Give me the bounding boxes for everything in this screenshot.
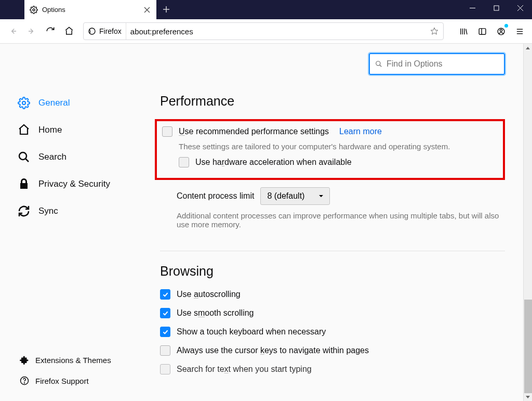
perf-description: These settings are tailored to your comp… [179, 142, 501, 151]
select-value: 8 (default) [267, 191, 304, 201]
checkbox-label: Search for text when you start typing [177, 365, 312, 374]
content-process-label: Content process limit [177, 191, 254, 201]
library-button[interactable] [455, 23, 472, 40]
maximize-button[interactable] [484, 0, 508, 16]
autoscroll-checkbox[interactable] [160, 289, 170, 300]
svg-point-25 [19, 152, 26, 160]
sidebar-item-label: Home [38, 125, 62, 135]
checkbox-label: Show a touch keyboard when necessary [177, 327, 326, 337]
svg-line-30 [380, 65, 382, 67]
sidebar-item-search[interactable]: Search [18, 144, 135, 171]
scrollbar-thumb[interactable] [524, 300, 532, 393]
window-controls [460, 0, 532, 16]
extensions-themes-link[interactable]: Extensions & Themes [20, 355, 135, 365]
sidebar-item-general[interactable]: General [18, 89, 135, 117]
search-icon [375, 60, 382, 68]
smooth-scroll-checkbox[interactable] [160, 308, 170, 318]
window-titlebar: Options [0, 0, 532, 19]
bookmark-star-button[interactable] [425, 27, 443, 35]
gear-icon [18, 97, 30, 109]
svg-point-29 [376, 61, 380, 66]
minimize-button[interactable] [460, 0, 484, 16]
svg-point-28 [24, 383, 25, 383]
find-input[interactable] [387, 59, 499, 69]
checkbox-label: Use autoscrolling [177, 290, 241, 299]
checkbox-label: Use recommended performance settings [179, 127, 329, 136]
firefox-support-link[interactable]: Firefox Support [20, 376, 135, 385]
sidebar-item-label: Search [38, 152, 66, 162]
tab-close-icon[interactable] [143, 6, 151, 14]
highlight-box: Use recommended performance settings Lea… [155, 119, 505, 180]
home-icon [18, 124, 30, 136]
content-process-select[interactable]: 8 (default) [260, 187, 330, 205]
checkbox-label: Use hardware acceleration when available [195, 158, 352, 167]
back-button[interactable] [4, 22, 22, 40]
reload-button[interactable] [42, 22, 59, 40]
identity-label: Firefox [99, 27, 122, 35]
learn-more-link[interactable]: Learn more [339, 127, 382, 136]
help-icon [20, 376, 29, 385]
svg-point-24 [22, 101, 25, 105]
sidebar-item-label: Sync [38, 206, 58, 216]
link-label: Firefox Support [35, 377, 89, 385]
scroll-down-button[interactable] [524, 392, 532, 401]
section-divider [160, 251, 505, 251]
sidebar-item-label: General [38, 98, 70, 108]
svg-point-20 [500, 29, 502, 31]
svg-line-26 [25, 159, 29, 162]
puzzle-icon [20, 355, 29, 365]
sidebar-item-privacy[interactable]: Privacy & Security [18, 171, 135, 198]
url-text: about:preferences [126, 27, 425, 36]
gear-icon [30, 6, 38, 14]
touch-keyboard-checkbox[interactable] [160, 327, 170, 337]
new-tab-button[interactable] [158, 2, 174, 17]
tab-title: Options [42, 6, 143, 14]
svg-point-0 [33, 9, 35, 11]
browser-tab[interactable]: Options [24, 0, 156, 19]
search-text-checkbox[interactable] [160, 364, 170, 374]
sidebar-item-home[interactable]: Home [18, 117, 135, 144]
link-label: Extensions & Themes [35, 356, 111, 365]
checkbox-label: Use smooth scrolling [177, 308, 254, 318]
notification-dot-icon [504, 24, 508, 28]
identity-box[interactable]: Firefox [84, 23, 126, 40]
sidebar-button[interactable] [474, 23, 490, 40]
url-bar[interactable]: Firefox about:preferences [83, 22, 444, 40]
search-icon [18, 151, 30, 163]
svg-rect-17 [479, 28, 486, 34]
cpl-description: Additional content processes can improve… [177, 211, 505, 229]
chevron-down-icon [318, 193, 324, 199]
close-window-button[interactable] [508, 0, 532, 16]
svg-rect-6 [494, 6, 499, 10]
lock-icon [18, 178, 30, 190]
forward-button[interactable] [23, 22, 41, 40]
account-button[interactable] [493, 23, 509, 40]
recommended-perf-checkbox[interactable] [162, 126, 172, 137]
firefox-icon [88, 27, 96, 35]
svg-line-16 [466, 29, 467, 34]
sidebar-item-label: Privacy & Security [38, 179, 110, 189]
vertical-scrollbar[interactable] [523, 44, 532, 401]
hw-accel-checkbox[interactable] [179, 157, 189, 167]
checkbox-label: Always use the cursor keys to navigate w… [177, 346, 369, 355]
scroll-up-button[interactable] [524, 44, 532, 53]
browsing-heading: Browsing [160, 264, 505, 279]
menu-button[interactable] [511, 23, 528, 40]
sidebar-item-sync[interactable]: Sync [18, 198, 135, 225]
preferences-main: Performance Use recommended performance … [135, 44, 532, 401]
home-button[interactable] [60, 22, 78, 40]
preferences-sidebar: General Home Search Privacy & Security S… [0, 44, 135, 401]
sync-icon [18, 205, 30, 217]
svg-marker-12 [431, 28, 437, 34]
find-in-options[interactable] [369, 53, 505, 75]
performance-heading: Performance [160, 94, 505, 109]
nav-toolbar: Firefox about:preferences [0, 19, 532, 44]
cursor-keys-checkbox[interactable] [160, 345, 170, 356]
